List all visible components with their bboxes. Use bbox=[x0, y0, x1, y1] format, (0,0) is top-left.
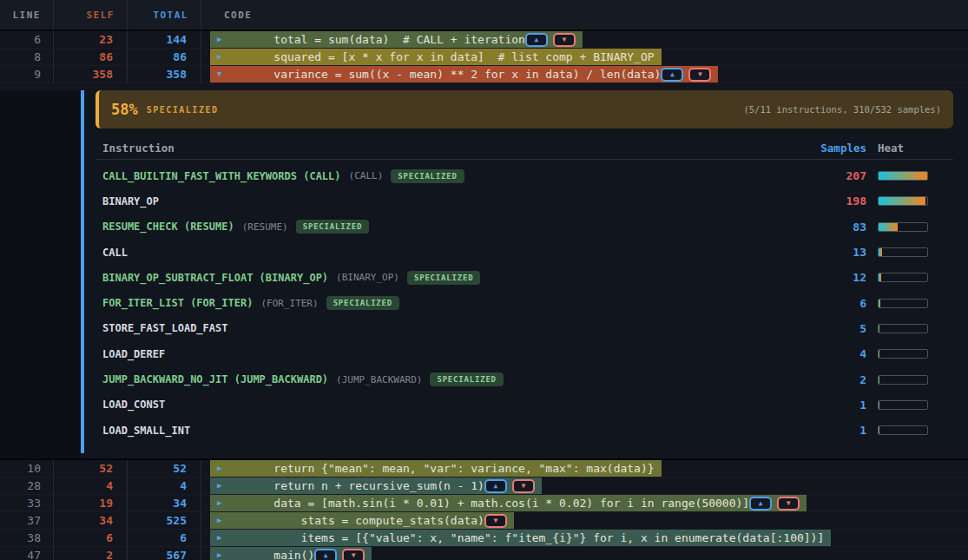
code-cell: ▶ squared = [x * x for x in data] # list… bbox=[201, 49, 968, 66]
column-header-total: TOTAL bbox=[128, 0, 201, 30]
line-number: 6 bbox=[0, 31, 54, 49]
instruction-name-group: FOR_ITER_LIST (FOR_ITER) (FOR_ITER) SPEC… bbox=[95, 296, 814, 310]
move-down-button[interactable]: ▼ bbox=[777, 497, 800, 511]
expand-arrow-icon[interactable]: ▶ bbox=[217, 551, 227, 559]
expand-arrow-icon[interactable]: ▼ bbox=[217, 70, 227, 78]
heat-bar bbox=[878, 425, 928, 435]
total-samples: 567 bbox=[128, 547, 201, 560]
heat-bar-fill bbox=[879, 401, 879, 409]
code-text: stats = compute_stats(data) bbox=[247, 514, 484, 527]
instruction-name-group: BINARY_OP_SUBTRACT_FLOAT (BINARY_OP) (BI… bbox=[95, 271, 814, 285]
line-number: 28 bbox=[0, 478, 54, 495]
self-samples: 6 bbox=[54, 530, 128, 547]
total-samples: 52 bbox=[128, 460, 201, 478]
move-down-button[interactable]: ▼ bbox=[688, 68, 711, 82]
instruction-name: BINARY_OP_SUBTRACT_FLOAT (BINARY_OP) bbox=[102, 272, 328, 284]
heat-bar-fill bbox=[879, 325, 879, 333]
column-header-heat: Heat bbox=[878, 142, 928, 155]
code-text: main() bbox=[247, 549, 314, 560]
code-line[interactable]: ▶ total = sum(data) # CALL + iteration ▲… bbox=[210, 31, 583, 48]
heat-bar bbox=[878, 273, 928, 282]
total-samples: 358 bbox=[128, 66, 201, 83]
heat-bar bbox=[878, 247, 928, 257]
specialized-badge: SPECIALIZED bbox=[407, 271, 480, 285]
code-line[interactable]: ▶ data = [math.sin(i * 0.01) + math.cos(… bbox=[210, 495, 807, 511]
code-row: 6 23 144 ▶ total = sum(data) # CALL + it… bbox=[0, 31, 968, 49]
instruction-base-name: (RESUME) bbox=[242, 221, 288, 233]
instruction-name: LOAD_SMALL_INT bbox=[102, 425, 190, 437]
move-down-button[interactable]: ▼ bbox=[484, 514, 507, 528]
heat-bar bbox=[878, 400, 928, 410]
code-line[interactable]: ▶ squared = [x * x for x in data] # list… bbox=[210, 49, 662, 65]
code-text: squared = [x * x for x in data] # list c… bbox=[247, 50, 655, 63]
expand-arrow-icon[interactable]: ▶ bbox=[217, 482, 227, 490]
move-up-button[interactable]: ▲ bbox=[749, 497, 772, 511]
expand-arrow-icon[interactable]: ▶ bbox=[217, 517, 227, 524]
specialized-label: SPECIALIZED bbox=[147, 105, 219, 115]
code-line[interactable]: ▶ return {"mean": mean, "var": variance,… bbox=[210, 460, 662, 477]
panel-accent-line bbox=[81, 90, 84, 453]
instruction-base-name: (CALL) bbox=[349, 170, 384, 181]
row-buttons: ▲ ▼ bbox=[749, 497, 800, 511]
code-line[interactable]: ▶ main() ▲ ▼ bbox=[210, 547, 372, 560]
instruction-name-group: LOAD_CONST bbox=[95, 399, 814, 411]
instruction-row: CALL_BUILTIN_FAST_WITH_KEYWORDS (CALL) (… bbox=[95, 163, 953, 188]
instruction-samples: 4 bbox=[814, 347, 866, 360]
self-samples: 358 bbox=[54, 66, 128, 83]
instruction-samples: 207 bbox=[814, 169, 866, 182]
code-line[interactable]: ▼ variance = sum((x - mean) ** 2 for x i… bbox=[210, 66, 718, 82]
total-samples: 4 bbox=[128, 478, 201, 495]
code-cell: ▶ main() ▲ ▼ bbox=[201, 547, 968, 560]
instruction-row: FOR_ITER_LIST (FOR_ITER) (FOR_ITER) SPEC… bbox=[95, 290, 953, 315]
move-up-button[interactable]: ▲ bbox=[525, 33, 548, 47]
instruction-name: JUMP_BACKWARD_NO_JIT (JUMP_BACKWARD) bbox=[102, 373, 328, 385]
move-down-button[interactable]: ▼ bbox=[512, 479, 535, 493]
code-rows-bottom: 10 52 52 ▶ return {"mean": mean, "var": … bbox=[0, 460, 968, 560]
line-number: 33 bbox=[0, 495, 54, 512]
code-text: return {"mean": mean, "var": variance, "… bbox=[247, 462, 655, 475]
total-samples: 525 bbox=[128, 512, 201, 530]
self-samples: 2 bbox=[54, 547, 128, 560]
instruction-row: CALL 13 bbox=[95, 240, 953, 265]
line-number: 8 bbox=[0, 49, 54, 66]
expand-arrow-icon[interactable]: ▶ bbox=[217, 36, 227, 43]
instruction-base-name: (BINARY_OP) bbox=[336, 272, 399, 283]
row-buttons: ▲ ▼ bbox=[525, 33, 576, 47]
heat-bar-fill bbox=[879, 426, 879, 434]
specialization-summary: (5/11 instructions, 310/532 samples) bbox=[743, 104, 941, 115]
instruction-row: JUMP_BACKWARD_NO_JIT (JUMP_BACKWARD) (JU… bbox=[95, 366, 953, 392]
column-header-self: SELF bbox=[54, 0, 128, 30]
total-samples: 144 bbox=[128, 31, 201, 49]
expand-arrow-icon[interactable]: ▶ bbox=[217, 499, 227, 507]
heat-bar bbox=[878, 171, 928, 181]
move-up-button[interactable]: ▲ bbox=[484, 479, 507, 493]
code-text: total = sum(data) # CALL + iteration bbox=[247, 33, 525, 46]
line-number: 10 bbox=[0, 460, 54, 478]
profiler-app: LINE SELF TOTAL CODE 6 23 144 ▶ total = … bbox=[0, 0, 968, 560]
line-number: 38 bbox=[0, 530, 54, 547]
instruction-rows: CALL_BUILTIN_FAST_WITH_KEYWORDS (CALL) (… bbox=[95, 160, 953, 443]
expand-arrow-icon[interactable]: ▶ bbox=[217, 53, 227, 61]
total-samples: 86 bbox=[128, 49, 201, 66]
heat-bar-fill bbox=[879, 376, 879, 384]
self-samples: 86 bbox=[54, 49, 128, 66]
heat-bar bbox=[878, 196, 928, 206]
instruction-row: RESUME_CHECK (RESUME) (RESUME) SPECIALIZ… bbox=[95, 214, 953, 240]
code-line[interactable]: ▶ stats = compute_stats(data) ▼ bbox=[210, 512, 514, 529]
move-down-button[interactable]: ▼ bbox=[553, 33, 576, 47]
total-samples: 34 bbox=[128, 495, 201, 512]
move-up-button[interactable]: ▲ bbox=[661, 68, 683, 82]
code-line[interactable]: ▶ items = [{"value": x, "name": f"item_{… bbox=[210, 530, 831, 546]
heat-bar bbox=[878, 222, 928, 232]
instruction-name-group: STORE_FAST_LOAD_FAST bbox=[95, 322, 814, 334]
line-number: 47 bbox=[0, 547, 54, 560]
code-row: 9 358 358 ▼ variance = sum((x - mean) **… bbox=[0, 66, 968, 83]
move-down-button[interactable]: ▼ bbox=[342, 549, 365, 560]
instruction-row: BINARY_OP_SUBTRACT_FLOAT (BINARY_OP) (BI… bbox=[95, 265, 953, 290]
code-line[interactable]: ▶ return n + recursive_sum(n - 1) ▲ ▼ bbox=[210, 478, 542, 494]
expand-arrow-icon[interactable]: ▶ bbox=[217, 464, 227, 472]
expand-arrow-icon[interactable]: ▶ bbox=[217, 534, 227, 542]
move-up-button[interactable]: ▲ bbox=[314, 549, 337, 560]
column-header-samples: Samples bbox=[814, 142, 866, 155]
self-samples: 4 bbox=[54, 478, 128, 495]
